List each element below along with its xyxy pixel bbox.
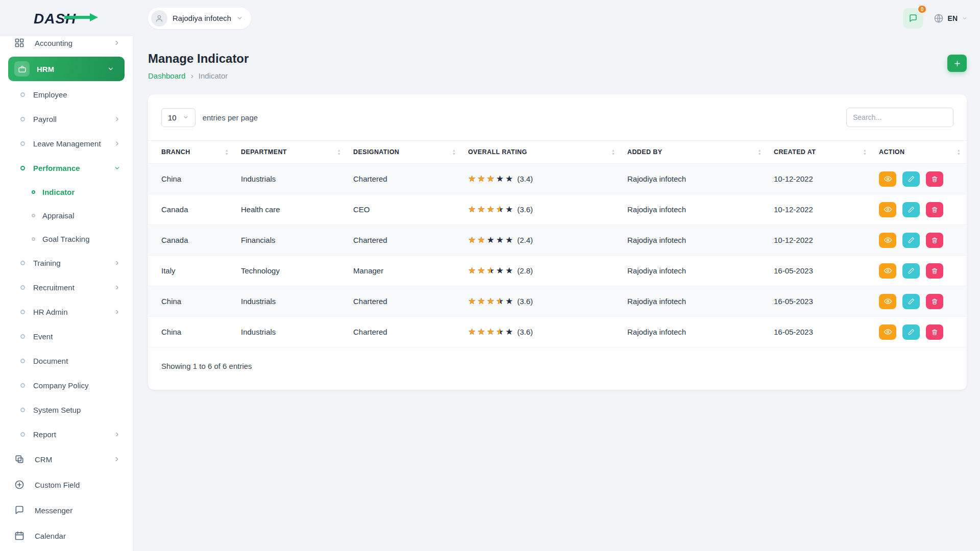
messages-button[interactable]: 0 (903, 8, 923, 29)
sidebar-item-label: Indicator (42, 188, 75, 196)
star-icon: ★★ (505, 266, 513, 275)
language-label: EN (948, 14, 958, 22)
column-header-branch[interactable]: BRANCH▲▼ (148, 141, 235, 164)
search-input[interactable] (846, 108, 953, 127)
breadcrumb-dashboard-link[interactable]: Dashboard (148, 71, 185, 80)
pencil-icon (908, 237, 915, 244)
sidebar-item-appraisal[interactable]: Appraisal (8, 204, 125, 227)
sidebar-item-event[interactable]: Event (8, 324, 125, 348)
edit-button[interactable] (902, 171, 920, 187)
star-icon: ★★ (477, 266, 485, 275)
page-size-select[interactable]: 10 (161, 108, 195, 127)
delete-button[interactable] (926, 263, 943, 279)
cell-department: Industrials (235, 286, 347, 317)
page-header: Manage Indicator Dashboard › Indicator (148, 52, 967, 80)
rating-stars: ★★★★★★★★★★ (468, 205, 513, 214)
bullet-icon (20, 166, 25, 170)
star-icon: ★★ (468, 236, 476, 244)
view-button[interactable] (879, 324, 896, 340)
star-icon: ★★ (477, 205, 485, 214)
cell-overall-rating: ★★★★★★★★★★(2.8) (462, 256, 621, 286)
messenger-icon (14, 505, 27, 515)
sidebar-item-training[interactable]: Training (8, 251, 125, 275)
sidebar-item-leave-management[interactable]: Leave Management (8, 131, 125, 156)
edit-button[interactable] (902, 202, 920, 217)
sort-icon: ▲▼ (611, 148, 615, 156)
sidebar-item-employee[interactable]: Employee (8, 82, 125, 107)
star-icon: ★★ (477, 236, 485, 244)
sidebar-item-company-policy[interactable]: Company Policy (8, 373, 125, 397)
sidebar-item-crm[interactable]: CRM (8, 446, 125, 472)
delete-button[interactable] (926, 171, 943, 187)
add-indicator-button[interactable] (947, 55, 967, 72)
edit-button[interactable] (902, 233, 920, 248)
column-header-added-by[interactable]: ADDED BY▲▼ (621, 141, 768, 164)
chevron-right-icon (114, 284, 120, 291)
edit-button[interactable] (902, 294, 920, 309)
star-icon: ★★ (468, 328, 476, 336)
sidebar-item-performance[interactable]: Performance (8, 156, 125, 180)
edit-button[interactable] (902, 324, 920, 340)
sidebar-item-custom-field[interactable]: Custom Field (8, 472, 125, 497)
sidebar-item-label: CRM (35, 455, 52, 464)
pencil-icon (908, 329, 915, 336)
column-header-overall-rating[interactable]: OVERALL RATING▲▼ (462, 141, 621, 164)
view-button[interactable] (879, 233, 896, 248)
bullet-icon (20, 383, 25, 388)
chat-icon (909, 14, 918, 23)
sidebar-item-calendar[interactable]: Calendar (8, 523, 125, 548)
column-header-department[interactable]: DEPARTMENT▲▼ (235, 141, 347, 164)
sidebar-item-goal-tracking[interactable]: Goal Tracking (8, 227, 125, 251)
view-button[interactable] (879, 263, 896, 279)
column-header-created-at[interactable]: CREATED AT▲▼ (768, 141, 873, 164)
cell-overall-rating: ★★★★★★★★★★(3.6) (462, 286, 621, 317)
column-header-action[interactable]: ACTION▲▼ (873, 141, 967, 164)
sidebar-item-hr-admin[interactable]: HR Admin (8, 299, 125, 324)
company-selector[interactable]: Rajodiya infotech (148, 8, 251, 29)
delete-button[interactable] (926, 324, 943, 340)
delete-button[interactable] (926, 233, 943, 248)
pencil-icon (908, 267, 915, 274)
sidebar-item-label: Leave Management (33, 139, 101, 148)
cell-created-at: 10-12-2022 (768, 225, 873, 256)
cell-added-by: Rajodiya infotech (621, 286, 768, 317)
view-button[interactable] (879, 202, 896, 217)
indicator-table-card: 10 entries per page BRANCH▲▼ DEPARTMENT▲… (148, 94, 967, 390)
sidebar-item-payroll[interactable]: Payroll (8, 107, 125, 131)
cell-actions (873, 225, 967, 256)
entries-per-page-label: entries per page (203, 113, 258, 122)
cell-designation: CEO (347, 194, 462, 225)
sidebar-item-system-setup[interactable]: System Setup (8, 397, 125, 422)
delete-button[interactable] (926, 202, 943, 217)
delete-button[interactable] (926, 294, 943, 309)
sidebar-item-recruitment[interactable]: Recruitment (8, 275, 125, 299)
view-button[interactable] (879, 294, 896, 309)
star-icon: ★★ (477, 297, 485, 306)
sidebar-item-document[interactable]: Document (8, 348, 125, 373)
bullet-icon (32, 190, 35, 194)
sidebar-item-messenger[interactable]: Messenger (8, 497, 125, 523)
column-header-designation[interactable]: DESIGNATION▲▼ (347, 141, 462, 164)
user-icon (155, 14, 163, 22)
cell-added-by: Rajodiya infotech (621, 194, 768, 225)
sidebar-item-report[interactable]: Report (8, 422, 125, 446)
breadcrumb-separator-icon: › (190, 72, 193, 80)
app-logo[interactable]: DASH (0, 9, 133, 28)
sidebar-item-indicator[interactable]: Indicator (8, 180, 125, 204)
cell-created-at: 16-05-2023 (768, 286, 873, 317)
custom-field-icon (14, 480, 27, 490)
star-icon: ★★ (496, 297, 504, 306)
chevron-down-icon (236, 15, 243, 21)
cell-designation: Chartered (347, 164, 462, 194)
calendar-icon (14, 531, 27, 541)
chevron-right-icon (113, 39, 120, 46)
column-label: DEPARTMENT (241, 148, 287, 156)
edit-button[interactable] (902, 263, 920, 279)
star-icon: ★★ (496, 266, 504, 275)
sidebar-item-hrm[interactable]: HRM (8, 57, 125, 81)
language-selector[interactable]: EN (934, 13, 968, 23)
view-button[interactable] (879, 171, 896, 187)
sidebar-item-label: Report (33, 430, 56, 439)
cell-department: Industrials (235, 317, 347, 347)
sidebar-item-accounting[interactable]: Accounting (8, 36, 125, 56)
